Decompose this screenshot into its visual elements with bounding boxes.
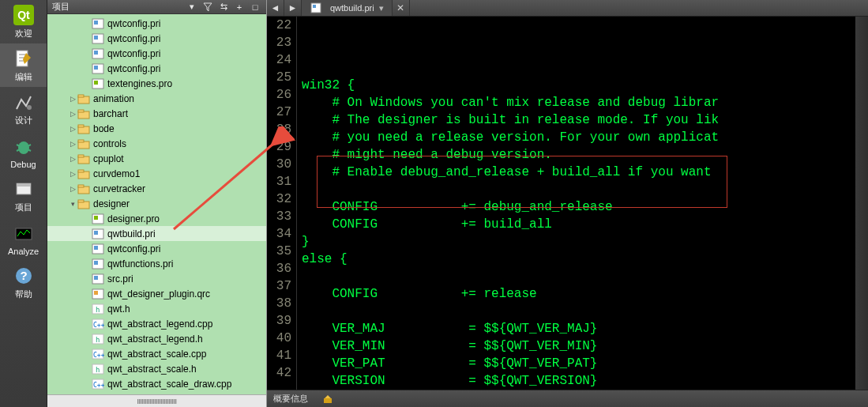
tree-folder-cpuplot[interactable]: ▷cpuplot xyxy=(47,151,266,166)
tree-file-item[interactable]: qwtconfig.pri xyxy=(47,241,266,256)
tree-bottom-scroll[interactable] xyxy=(47,394,266,407)
code-editor[interactable]: 2223242526272829303132333435363738394041… xyxy=(267,17,868,390)
line-number: 29 xyxy=(267,138,291,156)
tree-file-item[interactable]: qwtconfig.pri xyxy=(47,46,266,61)
tree-folder-barchart[interactable]: ▷barchart xyxy=(47,106,266,121)
tree-folder-curvdemo1[interactable]: ▷curvdemo1 xyxy=(47,166,266,181)
tree-expander-icon[interactable]: ▷ xyxy=(68,155,77,163)
line-number: 31 xyxy=(267,173,291,190)
tree-sync-icon[interactable]: ⇆ xyxy=(217,1,230,13)
editor-vertical-scrollbar[interactable] xyxy=(855,17,868,390)
line-number: 38 xyxy=(267,295,291,312)
tree-file-item[interactable]: C++qwt_abstract_legend.cpp xyxy=(47,316,266,331)
line-number: 41 xyxy=(267,347,291,364)
folder-icon xyxy=(77,138,90,150)
tree-dropdown-icon[interactable]: ▾ xyxy=(186,1,198,13)
tree-expander-icon[interactable]: ▾ xyxy=(68,200,77,208)
tree-item-label: designer.pro xyxy=(107,213,160,224)
pri-icon xyxy=(92,273,104,285)
tree-file-item[interactable]: qwtbuild.pri xyxy=(47,226,266,241)
tree-file-item[interactable]: qwtconfig.pri xyxy=(47,31,266,46)
nav-fwd-button[interactable]: ► xyxy=(284,0,302,16)
tree-expander-icon[interactable]: ▷ xyxy=(68,170,77,178)
tree-expander-icon[interactable]: ▷ xyxy=(68,95,77,103)
tree-item-label: qwt.h xyxy=(107,303,130,315)
folder-icon xyxy=(77,183,90,195)
nav-back-button[interactable]: ◄ xyxy=(267,0,284,16)
tree-item-label: cpuplot xyxy=(93,153,124,164)
tree-filter-icon[interactable] xyxy=(201,1,214,13)
mode-design-button[interactable]: 设计 xyxy=(0,87,47,130)
tree-file-item[interactable]: src.pri xyxy=(47,271,266,286)
tree-split-icon[interactable]: □ xyxy=(249,1,261,13)
tree-folder-animation[interactable]: ▷animation xyxy=(47,91,266,106)
tree-file-item[interactable]: hqwt_abstract_scale.h xyxy=(47,361,266,376)
line-number: 33 xyxy=(267,208,291,225)
tree-expander-icon[interactable]: ▷ xyxy=(68,140,77,148)
proj-icon xyxy=(13,178,35,200)
project-tree-title: 项目 xyxy=(52,1,182,13)
tree-file-item[interactable]: qwtconfig.pri xyxy=(47,16,266,31)
mode-label: 欢迎 xyxy=(15,28,32,40)
code-line: } xyxy=(302,233,868,251)
tree-folder-bode[interactable]: ▷bode xyxy=(47,121,266,136)
tree-file-item[interactable]: qwtconfig.pri xyxy=(47,61,266,76)
help-icon: ? xyxy=(13,265,35,287)
svg-rect-48 xyxy=(94,246,98,250)
svg-rect-34 xyxy=(78,140,84,142)
code-line: # The designer is built in release mode.… xyxy=(302,111,868,129)
tree-file-item[interactable]: textengines.pro xyxy=(47,76,266,91)
tree-item-label: qwtbuild.pri xyxy=(107,228,156,239)
svg-rect-13 xyxy=(17,183,31,187)
tree-folder-curvetracker[interactable]: ▷curvetracker xyxy=(47,181,266,196)
design-icon xyxy=(13,91,35,113)
tree-file-item[interactable]: designer.pro xyxy=(47,211,266,226)
svg-rect-32 xyxy=(78,125,84,127)
tree-file-item[interactable]: C++qwt_abstract_scale.cpp xyxy=(47,346,266,361)
code-line: CONFIG += release xyxy=(302,285,868,303)
line-number: 34 xyxy=(267,225,291,243)
mode-debug-button[interactable]: Debug xyxy=(0,130,47,174)
editor-open-file-tab[interactable]: qwtbuild.pri ▾ xyxy=(302,0,393,16)
status-build-icon[interactable] xyxy=(322,394,333,405)
tree-file-item[interactable]: C++qwt_abstract_scale_draw.cpp xyxy=(47,376,266,391)
code-line: else { xyxy=(302,251,868,268)
line-number: 40 xyxy=(267,330,291,347)
mode-Qt-button[interactable]: Qt欢迎 xyxy=(0,0,47,43)
svg-text:h: h xyxy=(96,336,100,344)
tree-item-label: qwt_abstract_scale_draw.cpp xyxy=(107,379,231,390)
svg-rect-69 xyxy=(324,398,332,403)
mode-proj-button[interactable]: 项目 xyxy=(0,174,47,217)
svg-text:h: h xyxy=(96,306,100,314)
tree-file-item[interactable]: qwt_designer_plugin.qrc xyxy=(47,286,266,301)
project-tree-body[interactable]: qwtconfig.priqwtconfig.priqwtconfig.priq… xyxy=(47,14,266,394)
pri-icon xyxy=(92,258,104,270)
pri-file-icon xyxy=(310,2,322,14)
tree-add-icon[interactable]: + xyxy=(233,1,246,13)
pro-icon xyxy=(92,77,104,90)
editor-tab-dropdown-icon[interactable]: ▾ xyxy=(379,3,384,13)
analyze-icon xyxy=(13,223,35,245)
mode-label: 帮助 xyxy=(15,288,32,300)
editor-tab-label: qwtbuild.pri xyxy=(330,3,374,13)
svg-point-7 xyxy=(18,141,29,154)
line-number: 42 xyxy=(267,364,291,382)
editor-tab-close-button[interactable]: ✕ xyxy=(393,0,410,16)
code-text-area[interactable]: win32 { # On Windows you can't mix relea… xyxy=(297,17,868,390)
tree-expander-icon[interactable]: ▷ xyxy=(68,110,77,118)
tree-folder-designer[interactable]: ▾designer xyxy=(47,196,266,211)
tree-expander-icon[interactable]: ▷ xyxy=(68,125,77,133)
h-icon: h xyxy=(92,363,104,375)
mode-edit-button[interactable]: 编辑 xyxy=(0,43,47,87)
tree-file-item[interactable]: hqwt_abstract_legend.h xyxy=(47,331,266,346)
tree-folder-controls[interactable]: ▷controls xyxy=(47,136,266,151)
status-label-summary[interactable]: 概要信息 xyxy=(273,393,308,405)
tree-item-label: qwtconfig.pri xyxy=(107,18,160,29)
mode-help-button[interactable]: ?帮助 xyxy=(0,261,47,304)
code-line xyxy=(302,181,868,198)
tree-file-item[interactable]: hqwt.h xyxy=(47,301,266,316)
mode-analyze-button[interactable]: Analyze xyxy=(0,217,47,261)
tree-expander-icon[interactable]: ▷ xyxy=(68,185,77,193)
tree-file-item[interactable]: qwtfunctions.pri xyxy=(47,256,266,271)
folder-icon xyxy=(77,198,90,210)
